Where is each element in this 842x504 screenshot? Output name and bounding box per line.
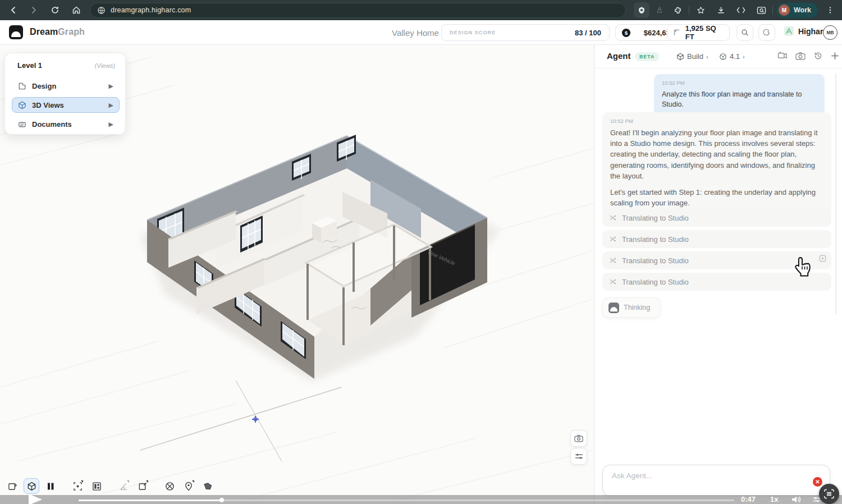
scrollbar[interactable]: [835, 73, 836, 314]
home-glyph-icon: [72, 6, 81, 15]
search-icon: [741, 29, 749, 36]
divider: [594, 68, 842, 68]
chevron-right-icon: ▶: [109, 102, 113, 109]
refresh-icon[interactable]: [47, 2, 63, 18]
tab-search-button[interactable]: [753, 2, 769, 18]
profile-avatar: M: [779, 4, 790, 16]
sphere-icon: [719, 53, 727, 61]
home-icon[interactable]: [68, 2, 84, 18]
build-selector[interactable]: Build ›: [676, 52, 708, 61]
password-extension-icon[interactable]: [634, 2, 649, 18]
ask-agent-input[interactable]: [611, 471, 796, 480]
devtools-button[interactable]: [733, 2, 749, 18]
chevron-right-icon: ›: [706, 53, 708, 60]
version-selector[interactable]: 4.1 ›: [719, 52, 745, 61]
expand-icon[interactable]: [819, 255, 826, 262]
sidebar-item-3d-views[interactable]: 3D Views ▶: [12, 97, 120, 113]
snapshot-button[interactable]: [570, 430, 587, 447]
chevron-right-icon: ▶: [109, 121, 113, 128]
video-player-bar: 0:47 1x: [0, 495, 842, 504]
sidebar-item-documents[interactable]: Documents ▶: [12, 116, 120, 132]
url-text: dreamgraph.higharc.com: [111, 6, 191, 14]
task-label: Translating to Studio: [622, 214, 689, 222]
sidebar-item-label: Design: [32, 82, 103, 90]
angle-tool-button[interactable]: [116, 478, 131, 494]
user-avatar[interactable]: MB: [823, 25, 838, 40]
3d-view-button[interactable]: [24, 478, 39, 494]
search-button[interactable]: [736, 24, 753, 41]
cube-icon: [676, 53, 684, 61]
sidebar-item-design[interactable]: Design ▶: [12, 78, 120, 94]
level-panel: Level 1 (Views) Design ▶ 3D Views ▶ Docu…: [4, 53, 126, 135]
route-icon[interactable]: [777, 51, 788, 61]
url-bar[interactable]: dreamgraph.higharc.com: [90, 3, 626, 18]
refresh-glyph-icon: [51, 6, 60, 15]
dreamgraph-thinking-icon: [608, 303, 619, 313]
play-icon[interactable]: [27, 493, 44, 504]
chevron-right-icon: ▶: [109, 83, 113, 90]
section-button[interactable]: [43, 478, 58, 494]
design-score-pill[interactable]: DESIGN SCORE 83 / 100: [441, 24, 610, 41]
angle-icon: [119, 482, 129, 491]
dollar-icon: $: [621, 28, 631, 38]
level-title: Level 1: [17, 61, 42, 70]
org-badge[interactable]: Higharc: [784, 26, 827, 36]
version-label: 4.1: [730, 52, 740, 61]
tag-tool-button[interactable]: [200, 478, 216, 494]
cube-3d-icon: [27, 482, 36, 491]
view-settings-button[interactable]: [570, 448, 587, 465]
shuffle-icon: [610, 257, 617, 264]
thinking-indicator: Thinking: [602, 297, 661, 318]
playback-speed[interactable]: 1x: [770, 495, 778, 504]
design-score-label: DESIGN SCORE: [450, 30, 496, 35]
pin-icon: [184, 482, 193, 491]
higharc-logo-icon: [784, 26, 794, 36]
task-row[interactable]: Translating to Studio: [602, 209, 831, 227]
design-score-value: 83 / 100: [575, 29, 601, 37]
forward-arrow-icon: [29, 6, 38, 15]
volume-icon[interactable]: [791, 496, 803, 503]
sidebar-item-label: 3D Views: [32, 101, 103, 109]
layout-icon: [92, 482, 102, 491]
browser-menu-button[interactable]: [822, 2, 838, 18]
area-value: 1,925 SQ FT: [685, 24, 724, 41]
scan-icon: [824, 489, 834, 499]
downloads-button[interactable]: [713, 2, 729, 18]
user-message-bubble: 10:52 PM Analyze this floor plan image a…: [654, 74, 825, 116]
history-icon[interactable]: [813, 51, 823, 61]
pin-tool-button[interactable]: [181, 478, 196, 494]
extensions-puzzle-icon: [674, 6, 682, 15]
2d-plan-button[interactable]: [4, 478, 20, 494]
camera-icon[interactable]: [795, 52, 806, 60]
thinking-label: Thinking: [624, 304, 650, 311]
brand-bold: Dream: [30, 27, 58, 36]
crescent-icon: [763, 29, 771, 36]
build-label: Build: [687, 52, 703, 61]
task-label: Translating to Studio: [622, 235, 689, 244]
transform-tool-button[interactable]: [70, 478, 85, 494]
theme-button[interactable]: [758, 24, 775, 41]
disabled-extension-icon[interactable]: [652, 2, 667, 18]
forward-icon[interactable]: [26, 2, 42, 18]
progress-knob[interactable]: [219, 498, 224, 502]
browser-profile-button[interactable]: M Work: [776, 3, 818, 18]
divider: [689, 6, 689, 15]
task-label: Translating to Studio: [622, 256, 689, 265]
extensions-button[interactable]: [670, 2, 685, 18]
back-icon[interactable]: [6, 2, 21, 18]
compass-button[interactable]: [162, 478, 177, 494]
scan-button[interactable]: [819, 484, 839, 504]
task-row[interactable]: Translating to Studio: [602, 230, 831, 248]
record-indicator[interactable]: ✕: [813, 477, 822, 487]
ask-agent-box: ✕: [602, 465, 830, 496]
progress-played: [79, 500, 222, 501]
bookmark-button[interactable]: [693, 2, 708, 18]
screen: dreamgraph.higharc.com M Work: [0, 0, 842, 504]
layout-tool-button[interactable]: [89, 478, 104, 494]
beta-badge: BETA: [635, 52, 659, 61]
agent-title: Agent: [607, 51, 631, 61]
area-draw-button[interactable]: [135, 478, 150, 494]
agent-message-paragraph: Let's get started with Step 1: creating …: [610, 187, 823, 208]
plus-icon[interactable]: [831, 52, 839, 60]
area-pill[interactable]: 1,925 SQ FT: [667, 24, 730, 41]
